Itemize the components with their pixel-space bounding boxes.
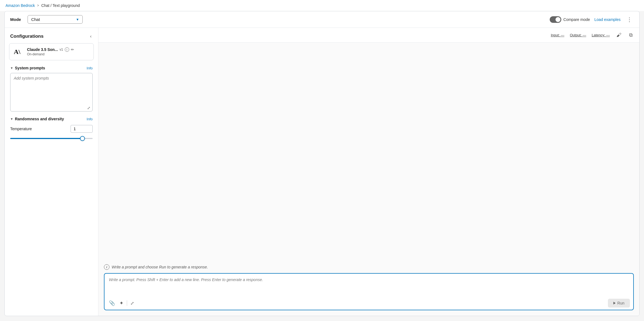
randomness-header: ▼ Randomness and diversity Info <box>10 117 93 121</box>
configurations-title: Configurations <box>10 34 44 39</box>
right-panel: Input: --- Output: --- Latency: --- 🖌 ⧉ … <box>98 28 639 316</box>
main-container: Mode Chat ▼ Compare mode Load examples ⋮… <box>4 11 640 316</box>
run-button[interactable]: Run <box>608 299 630 308</box>
system-prompts-input[interactable] <box>10 73 93 111</box>
copy-icon[interactable]: ⧉ <box>628 31 634 39</box>
collapse-panel-button[interactable]: ‹ <box>89 33 93 40</box>
breadcrumb: Amazon Bedrock > Chat / Text playground <box>0 0 644 11</box>
attach-icon[interactable]: 📎 <box>108 299 116 307</box>
model-info-icon[interactable]: i <box>65 47 69 52</box>
mode-select-value: Chat <box>31 17 74 22</box>
randomness-title: Randomness and diversity <box>15 117 64 121</box>
model-edit-icon[interactable]: ✏ <box>71 47 74 52</box>
anthropic-logo: A\ <box>14 48 24 56</box>
temperature-row: Temperature <box>10 125 93 133</box>
breadcrumb-home-link[interactable]: Amazon Bedrock <box>6 3 35 8</box>
model-info: Claude 3.5 Son... v1 i ✏ On-demand <box>27 47 89 56</box>
prompt-input[interactable] <box>104 274 633 296</box>
temperature-label: Temperature <box>10 127 32 131</box>
prompt-input-toolbar: 📎 ✦ ⤢ Run <box>104 296 633 310</box>
compare-mode-toggle[interactable] <box>550 16 561 23</box>
more-options-button[interactable]: ⋮ <box>625 16 634 23</box>
magic-wand-icon[interactable]: ✦ <box>118 299 125 307</box>
top-toolbar: Mode Chat ▼ Compare mode Load examples ⋮ <box>5 11 639 28</box>
prompt-hint: i Write a prompt and choose Run to gener… <box>104 264 634 270</box>
expand-textarea-icon[interactable]: ⤢ <box>87 106 90 110</box>
input-metric[interactable]: Input: --- <box>551 33 564 37</box>
hint-info-icon: i <box>104 264 109 270</box>
temperature-slider[interactable] <box>10 138 93 139</box>
system-prompts-section: ▼ System prompts Info ⤢ <box>5 66 98 117</box>
right-toolbar: Input: --- Output: --- Latency: --- 🖌 ⧉ <box>98 28 639 43</box>
left-panel: Configurations ‹ A\ Claude 3.5 Son... v1… <box>5 28 98 316</box>
output-metric[interactable]: Output: --- <box>570 33 586 37</box>
run-button-label: Run <box>617 301 624 305</box>
temperature-input[interactable] <box>71 125 93 133</box>
section-collapse-arrow: ▼ <box>10 66 13 70</box>
chevron-down-icon: ▼ <box>76 18 79 21</box>
toolbar-right: Compare mode Load examples ⋮ <box>550 16 634 23</box>
load-examples-link[interactable]: Load examples <box>594 17 621 22</box>
model-name: Claude 3.5 Son... <box>27 47 58 52</box>
latency-metric[interactable]: Latency: --- <box>592 33 610 37</box>
toolbar-divider <box>127 300 127 306</box>
chat-area: i Write a prompt and choose Run to gener… <box>98 43 639 316</box>
clear-icon[interactable]: 🖌 <box>615 31 622 39</box>
model-version: v1 <box>60 48 63 51</box>
temperature-slider-wrapper <box>10 135 93 140</box>
model-throughput: On-demand <box>27 52 89 56</box>
system-prompts-header: ▼ System prompts Info <box>10 66 93 70</box>
prompt-input-box: 📎 ✦ ⤢ Run <box>104 273 634 310</box>
configurations-header: Configurations ‹ <box>5 28 98 43</box>
compare-mode-label: Compare mode <box>564 17 590 22</box>
mode-select-dropdown[interactable]: Chat ▼ <box>28 15 83 24</box>
compare-mode-toggle-wrapper: Compare mode <box>550 16 590 23</box>
expand-prompt-icon[interactable]: ⤢ <box>129 300 135 307</box>
randomness-info-link[interactable]: Info <box>87 117 93 121</box>
system-prompts-info-link[interactable]: Info <box>87 66 93 70</box>
run-triangle-icon <box>613 302 616 304</box>
mode-label: Mode <box>10 17 21 22</box>
system-prompts-textarea-wrapper: ⤢ <box>10 73 93 112</box>
breadcrumb-current: Chat / Text playground <box>41 3 80 8</box>
system-prompts-title: System prompts <box>15 66 45 70</box>
prompt-hint-text: Write a prompt and choose Run to generat… <box>112 265 208 269</box>
randomness-section: ▼ Randomness and diversity Info Temperat… <box>5 117 98 144</box>
breadcrumb-separator: > <box>37 4 39 7</box>
model-card: A\ Claude 3.5 Son... v1 i ✏ On-demand <box>9 43 94 60</box>
randomness-collapse-arrow: ▼ <box>10 117 13 121</box>
content-area: Configurations ‹ A\ Claude 3.5 Son... v1… <box>5 28 639 316</box>
